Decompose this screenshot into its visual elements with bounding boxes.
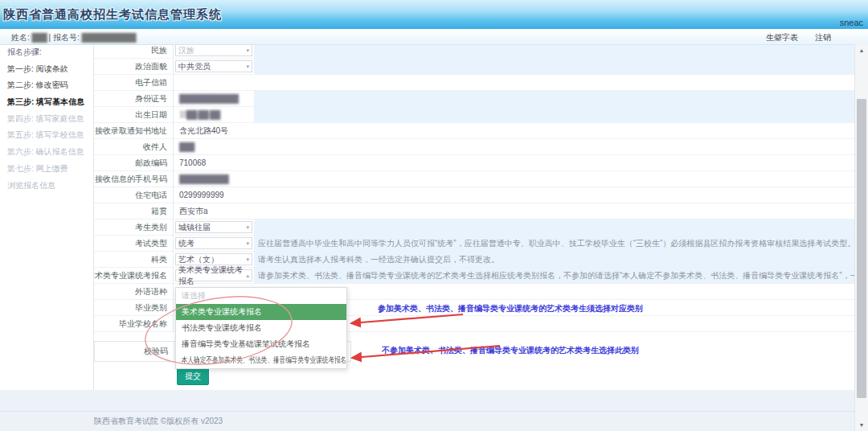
annotation-note-participate: 参加美术类、书法类、播音编导类专业课统考的艺术类考生须选择对应类别 — [334, 303, 687, 314]
hint-text: 请考生认真选择本人报考科类，一经选定并确认提交后，不得更改。 — [254, 252, 854, 267]
field-label: 外语语种 — [94, 284, 174, 299]
rare-characters-link[interactable]: 生僻字表 — [766, 32, 798, 43]
option-broadcast-directing[interactable]: 播音编导类专业基础课笔试统考报名 — [176, 336, 346, 352]
regno-value: ███████████ — [82, 33, 136, 42]
postal-code-field[interactable]: 710068 — [174, 155, 254, 170]
recipient-field[interactable]: ███ — [174, 139, 254, 154]
hint-text: 应往届普通高中毕业生和高中同等学力人员仅可报“统考”，应往届普通中专、职业高中、… — [254, 236, 854, 251]
sidebar-item-step5: 第五步: 填写学校信息 — [0, 127, 93, 144]
steps-sidebar: 报名步骤: 第一步: 阅读条款 第二步: 修改密码 第三步: 填写基本信息 第四… — [0, 44, 94, 390]
id-number-field: ████████████ — [174, 91, 254, 106]
table-row: 身份证号 ████████████ — [94, 91, 854, 107]
name-value: ███ — [32, 33, 47, 42]
nationality-select: 汉族▾ — [175, 44, 252, 56]
table-row: 民族 汉族▾ — [94, 43, 854, 59]
brand-text: sneac — [840, 18, 863, 27]
logout-link[interactable]: 注销 — [815, 32, 831, 43]
option-placeholder[interactable]: 请选择 — [176, 288, 346, 304]
field-label: 住宅电话 — [94, 187, 174, 203]
field-label: 邮政编码 — [94, 155, 174, 170]
field-label: 身份证号 — [94, 91, 174, 106]
address-field[interactable]: 含光北路40号 — [174, 123, 254, 138]
scroll-down-button[interactable]: ▼ — [855, 419, 868, 431]
candidate-category-select[interactable]: 城镇往届▾ — [175, 221, 252, 233]
field-label: 接收录取通知书地址 — [94, 123, 174, 138]
sidebar-item-step6: 第六步: 确认报名信息 — [0, 144, 93, 161]
submit-button[interactable]: 提交 — [177, 367, 209, 385]
field-label: 电子信箱 — [94, 75, 174, 90]
user-bar: 姓名: ███ | 报名号: ███████████ 生僻字表 注销 — [0, 29, 868, 45]
sidebar-item-step7: 第七步: 网上缴费 — [0, 161, 93, 178]
field-label: 考试类型 — [94, 236, 174, 251]
table-row: 考生类别 城镇往届▾ — [94, 220, 854, 236]
home-phone-field[interactable]: 0299999999 — [174, 187, 254, 203]
page-title: 陕西省普通高校招生考试信息管理系统 — [3, 7, 222, 23]
field-label: 考生类别 — [94, 220, 174, 235]
vertical-scrollbar[interactable]: ▲ ▼ — [854, 44, 868, 431]
exam-type-select[interactable]: 统考▾ — [175, 237, 252, 249]
sidebar-item-step1[interactable]: 第一步: 阅读条款 — [0, 61, 93, 78]
chevron-down-icon: ▾ — [246, 224, 249, 230]
email-field[interactable] — [174, 75, 254, 90]
table-row: 电子信箱 — [94, 75, 854, 91]
birth-date-field: 19██-██-██ — [174, 107, 254, 122]
table-row: 收件人 ███ — [94, 139, 854, 155]
mobile-field[interactable]: ██████████ — [174, 171, 254, 187]
native-place-field[interactable]: 西安市a — [174, 203, 254, 219]
option-fine-arts[interactable]: 美术类专业课统考报名 — [176, 304, 346, 320]
art-exam-dropdown: 请选择 美术类专业课统考报名 书法类专业课统考报名 播音编导类专业基础课笔试统考… — [175, 287, 347, 369]
divider: | — [49, 33, 51, 42]
chevron-down-icon: ▾ — [246, 257, 249, 262]
footer-divider — [0, 411, 854, 412]
table-row: 住宅电话 0299999999 — [94, 187, 854, 203]
table-row: 接收录取通知书地址 含光北路40号 — [94, 123, 854, 139]
option-calligraphy[interactable]: 书法类专业课统考报名 — [176, 320, 346, 336]
regno-label: 报名号: — [53, 33, 80, 42]
field-label: 校验码 — [95, 342, 174, 361]
art-exam-select[interactable]: 美术类专业课统考报名▴ — [175, 269, 252, 281]
chevron-down-icon: ▾ — [246, 47, 249, 53]
hint-text: 请参加美术类、书法类、播音编导类专业课统考的艺术类考生选择相应统考类别报名，不参… — [254, 268, 854, 283]
top-header-bar: 陕西省普通高校招生考试信息管理系统 sneac — [0, 0, 868, 30]
user-info: 姓名: ███ | 报名号: ███████████ — [11, 32, 136, 43]
field-label: 收件人 — [94, 139, 174, 154]
table-row: 籍贯 西安市a — [94, 203, 854, 220]
scroll-up-button[interactable]: ▲ — [855, 44, 868, 56]
sidebar-item-browse: 浏览报名信息 — [0, 178, 93, 195]
scrollbar-thumb[interactable] — [857, 99, 866, 398]
sidebar-item-step4: 第四步: 填写家庭信息 — [0, 111, 93, 128]
table-row: 出生日期 19██-██-██ — [94, 107, 854, 123]
field-label: 毕业类别 — [94, 300, 174, 315]
copyright-text: 陕西省教育考试院 ©版权所有 v2023 — [94, 416, 223, 427]
field-label: 接收信息的手机号码 — [94, 171, 174, 187]
sidebar-item-step3[interactable]: 第三步: 填写基本信息 — [0, 94, 93, 111]
field-label: 科类 — [94, 252, 174, 267]
political-status-select[interactable]: 中共党员▾ — [175, 60, 252, 72]
field-label: 籍贯 — [94, 203, 174, 219]
name-label: 姓名: — [11, 33, 30, 42]
table-row: 政治面貌 中共党员▾ — [94, 59, 854, 75]
table-row: 考试类型 统考▾ 应往届普通高中毕业生和高中同等学力人员仅可报“统考”，应往届普… — [94, 236, 854, 252]
steps-heading: 报名步骤: — [0, 44, 93, 61]
app-window: 陕西省普通高校招生考试信息管理系统 sneac 姓名: ███ | 报名号: █… — [0, 0, 868, 431]
annotation-note-not-participate: 不参加美术类、书法类、播音编导类专业课统考的艺术类考生选择此类别 — [334, 345, 687, 356]
field-label: 出生日期 — [94, 107, 174, 122]
table-row: 邮政编码 710068 — [94, 155, 854, 171]
chevron-up-icon: ▴ — [246, 273, 249, 278]
option-not-participating[interactable]: 本人确定不参加美术类、书法类、播音编导类专业课统考报名 — [176, 352, 346, 368]
field-label: 艺术类专业课统考报名 — [94, 268, 174, 283]
chevron-down-icon: ▾ — [246, 240, 249, 246]
table-row: 接收信息的手机号码 ██████████ — [94, 171, 854, 187]
field-label: 毕业学校名称 — [94, 316, 174, 331]
table-row: 艺术类专业课统考报名 美术类专业课统考报名▴ 请参加美术类、书法类、播音编导类专… — [94, 268, 854, 284]
field-label: 政治面貌 — [94, 59, 174, 74]
chevron-down-icon: ▾ — [246, 64, 249, 69]
sidebar-item-step2[interactable]: 第二步: 修改密码 — [0, 77, 93, 94]
